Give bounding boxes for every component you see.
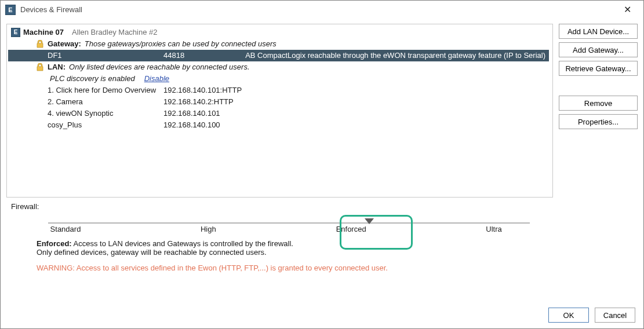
slider-label-high[interactable]: High — [179, 225, 237, 233]
slider-thumb[interactable] — [365, 218, 374, 224]
tree-lan-item[interactable]: 2. Camera 192.168.140.2:HTTP — [8, 96, 549, 108]
tree-lan-discovery: PLC discovery is enabled Disable — [8, 73, 549, 85]
tree-lan-item[interactable]: cosy_Plus 192.168.140.100 — [8, 119, 549, 131]
lan-label: LAN: — [48, 61, 66, 73]
plc-discovery-text: PLC discovery is enabled — [50, 73, 135, 85]
app-icon: E — [5, 5, 16, 15]
machine-icon: E — [10, 27, 21, 38]
cancel-button[interactable]: Cancel — [595, 308, 635, 323]
close-icon: ✕ — [624, 4, 631, 15]
tree-lan-item[interactable]: 4. viewON Synoptic 192.168.140.101 — [8, 108, 549, 119]
dialog-footer: OK Cancel — [548, 308, 635, 323]
firewall-level-name: Enforced: — [37, 239, 72, 248]
gateway-item-name: DF1 — [48, 50, 62, 61]
slider-label-enforced[interactable]: Enforced — [322, 225, 380, 233]
lock-icon — [35, 62, 45, 72]
firewall-slider[interactable] — [48, 217, 530, 218]
tree-root[interactable]: E Machine 07 Allen Bradley Machine #2 — [8, 27, 549, 38]
tree-lan-item[interactable]: 1. Click here for Demo Overview 192.168.… — [8, 85, 549, 96]
firewall-desc-line1: Access to LAN devices and Gateways is co… — [74, 239, 293, 248]
slider-track — [48, 222, 530, 224]
firewall-desc-line2: Only defined devices, gateway will be re… — [37, 248, 267, 257]
disable-link[interactable]: Disable — [144, 73, 169, 85]
tree-lan-header[interactable]: LAN: Only listed devices are reachable b… — [8, 61, 549, 73]
firewall-warning: WARNING: Access to all services defined … — [37, 264, 546, 272]
lan-note: Only listed devices are reachable by con… — [69, 61, 249, 73]
tree-gateway-item[interactable]: DF1 44818 AB CompactLogix reachable thro… — [8, 50, 549, 61]
lan-item-addr: 192.168.140.101 — [163, 109, 220, 118]
add-lan-device-button[interactable]: Add LAN Device... — [559, 24, 638, 39]
lan-item-addr: 192.168.140.101:HTTP — [163, 86, 242, 94]
close-button[interactable]: ✕ — [616, 2, 639, 18]
machine-subtitle: Allen Bradley Machine #2 — [72, 27, 157, 38]
lan-item-name: 2. Camera — [48, 96, 83, 108]
firewall-description: Enforced: Access to LAN devices and Gate… — [37, 239, 477, 257]
lan-item-name: 4. viewON Synoptic — [48, 108, 113, 119]
lock-icon — [35, 39, 45, 49]
gateway-label: Gateway: — [48, 38, 81, 50]
machine-name: Machine 07 — [23, 27, 64, 38]
app-icon-small: E — [11, 28, 20, 37]
add-gateway-button[interactable]: Add Gateway... — [559, 42, 638, 57]
titlebar: E Devices & Firewall ✕ — [1, 1, 643, 19]
tree-gateway-header[interactable]: Gateway: Those gateways/proxies can be u… — [8, 38, 549, 50]
firewall-section: Firewall: Standard High Enforced Ultra E… — [6, 202, 553, 272]
lan-item-name: cosy_Plus — [48, 119, 82, 131]
sidebar-buttons: Add LAN Device... Add Gateway... Retriev… — [559, 24, 638, 272]
lan-item-name: 1. Click here for Demo Overview — [48, 85, 156, 96]
gateway-note: Those gateways/proxies can be used by co… — [85, 38, 276, 50]
remove-button[interactable]: Remove — [559, 96, 638, 111]
window-title: Devices & Firewall — [20, 5, 616, 14]
lan-item-addr: 192.168.140.2:HTTP — [163, 97, 234, 106]
properties-button[interactable]: Properties... — [559, 114, 638, 129]
device-tree[interactable]: E Machine 07 Allen Bradley Machine #2 Ga… — [6, 24, 553, 198]
retrieve-gateway-button[interactable]: Retrieve Gateway... — [559, 61, 638, 76]
lan-item-addr: 192.168.140.100 — [163, 120, 220, 129]
firewall-title: Firewall: — [11, 202, 551, 211]
gateway-item-desc: AB CompactLogix reachable through the eW… — [245, 51, 545, 60]
slider-label-standard[interactable]: Standard — [37, 225, 94, 233]
ok-button[interactable]: OK — [548, 308, 589, 323]
gateway-item-port: 44818 — [163, 51, 184, 60]
slider-label-ultra[interactable]: Ultra — [465, 225, 523, 233]
